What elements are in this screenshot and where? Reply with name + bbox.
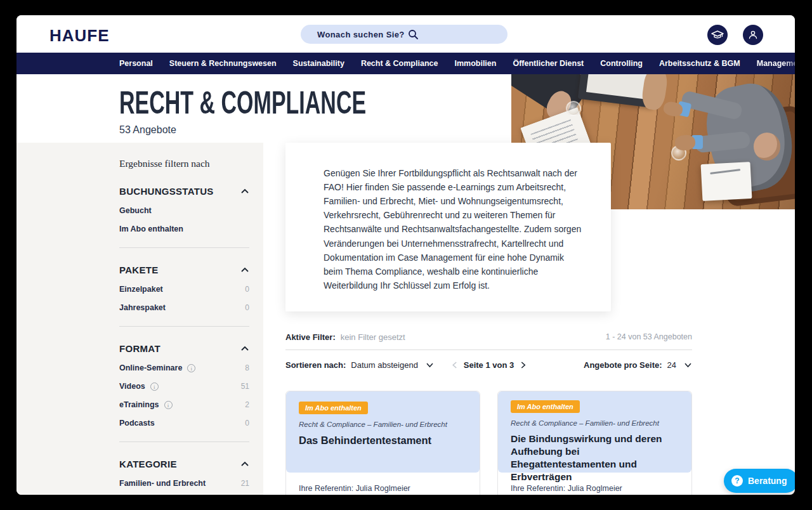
nav-item-personal[interactable]: Personal [119, 59, 153, 68]
filter-option-einzelpaket[interactable]: Einzelpaket 0 [119, 285, 249, 294]
nav-item-immobilien[interactable]: Immobilien [454, 59, 496, 68]
page-info: Seite 1 von 3 [464, 360, 514, 370]
course-card[interactable]: Im Abo enthalten Recht & Compliance – Fa… [285, 391, 480, 495]
active-filter-row: Aktive Filter: kein Filter gesetzt 1 - 2… [285, 332, 692, 342]
per-page-dropdown[interactable]: Angebote pro Seite: 24 [584, 360, 692, 370]
card-referent: Ihre Referentin: Julia Roglmeier [511, 484, 679, 493]
divider [119, 326, 249, 327]
intro-text: Genügen Sie Ihrer Fortbildungspflicht al… [324, 166, 584, 292]
header: HAUFE Wonach suchen Sie? [16, 15, 795, 53]
filter-count: 21 [241, 479, 249, 488]
filter-option-familien-erbrecht[interactable]: Familien- und Erbrecht 21 [119, 479, 249, 488]
nav-item-oeffentlicher-dienst[interactable]: Öffentlicher Dienst [513, 59, 584, 68]
chevron-down-icon[interactable] [426, 362, 434, 368]
chevron-up-icon[interactable] [240, 188, 249, 194]
user-icon [747, 29, 759, 41]
card-grid: Im Abo enthalten Recht & Compliance – Fa… [285, 391, 692, 495]
search-placeholder: Wonach suchen Sie? [317, 30, 408, 39]
divider [119, 441, 249, 442]
card-header: Im Abo enthalten Recht & Compliance – Fa… [498, 391, 691, 473]
nav-item-steuern[interactable]: Steuern & Rechnungswesen [169, 59, 277, 68]
subscription-badge: Im Abo enthalten [299, 402, 368, 414]
filter-count: 0 [245, 419, 249, 428]
search-icon[interactable] [408, 29, 499, 40]
course-card[interactable]: Im Abo enthalten Recht & Compliance – Fa… [497, 391, 692, 495]
filter-count: 0 [245, 303, 249, 312]
hero-section: RECHT & COMPLIANCE 53 Angebote [119, 74, 482, 136]
active-filter-value: kein Filter gesetzt [341, 332, 405, 342]
subscription-badge: Im Abo enthalten [511, 400, 580, 413]
chevron-down-icon[interactable] [684, 362, 692, 368]
info-icon[interactable]: i [150, 383, 159, 391]
graduation-cap-icon [711, 29, 724, 41]
filter-count: 0 [245, 285, 249, 294]
filter-option-jahrespaket[interactable]: Jahrespaket 0 [119, 303, 249, 312]
card-category: Recht & Compliance – Familien- und Erbre… [511, 419, 679, 427]
page-title: RECHT & COMPLIANCE [119, 87, 366, 119]
card-title: Das Behindertentestament [299, 434, 467, 447]
card-referent: Ihre Referentin: Julia Roglmeier [299, 484, 467, 493]
sort-dropdown[interactable]: Sortieren nach: Datum absteigend [285, 360, 434, 370]
active-filter-label: Aktive Filter: [285, 332, 336, 342]
result-count: 53 Angebote [119, 124, 482, 136]
beratung-button[interactable]: ? Beratung [724, 469, 795, 493]
filter-section-kategorie[interactable]: KATEGORIE [119, 459, 249, 469]
nav-item-arbeitsschutz[interactable]: Arbeitsschutz & BGM [659, 59, 740, 68]
filter-title: Ergebnisse filtern nach [119, 158, 249, 169]
card-category: Recht & Compliance – Familien- und Erbre… [299, 421, 467, 428]
intro-card: Genügen Sie Ihrer Fortbildungspflicht al… [285, 143, 611, 311]
filter-sidebar: Ergebnisse filtern nach BUCHUNGSSTATUS G… [16, 143, 263, 495]
sort-row: Sortieren nach: Datum absteigend Seite 1… [285, 360, 692, 370]
filter-option-gebucht[interactable]: Gebucht [119, 206, 249, 215]
nav-item-management[interactable]: Management [757, 59, 795, 68]
filter-count: 8 [245, 363, 249, 372]
search-input[interactable]: Wonach suchen Sie? [301, 25, 508, 44]
nav-item-controlling[interactable]: Controlling [600, 59, 643, 68]
nav-item-recht-compliance[interactable]: Recht & Compliance [361, 59, 438, 68]
filter-section-buchungsstatus[interactable]: BUCHUNGSSTATUS [119, 186, 249, 197]
page-prev-button[interactable] [452, 361, 457, 369]
filter-option-im-abo-enthalten[interactable]: Im Abo enthalten [119, 225, 249, 233]
account-button[interactable] [743, 25, 763, 45]
filter-section-pakete[interactable]: PAKETE [119, 265, 249, 275]
question-icon: ? [731, 475, 743, 487]
page-frame: HAUFE Wonach suchen Sie? Personal Steuer… [16, 15, 795, 495]
filter-option-podcasts[interactable]: Podcasts 0 [119, 419, 249, 428]
haufe-logo[interactable]: HAUFE [49, 26, 110, 46]
academy-button[interactable] [707, 25, 728, 45]
filter-count: 51 [241, 382, 249, 391]
page-next-button[interactable] [520, 361, 526, 369]
divider [285, 350, 692, 350]
filter-option-etrainings[interactable]: eTrainings i 2 [119, 400, 249, 409]
main-content: Genügen Sie Ihrer Fortbildungspflicht al… [285, 143, 692, 495]
chevron-up-icon[interactable] [240, 346, 249, 351]
filter-option-videos[interactable]: Videos i 51 [119, 382, 249, 391]
result-range: 1 - 24 von 53 Angeboten [606, 332, 692, 341]
chevron-up-icon[interactable] [240, 461, 249, 467]
filter-count: 2 [245, 400, 249, 409]
info-icon[interactable]: i [187, 364, 195, 372]
info-icon[interactable]: i [164, 401, 173, 409]
nav-item-sustainability[interactable]: Sustainability [293, 59, 344, 68]
divider [119, 247, 249, 248]
card-body: Ihre Referentin: Julia Roglmeier Der Vor… [286, 473, 480, 495]
filter-section-format[interactable]: FORMAT [119, 343, 249, 354]
chevron-up-icon[interactable] [240, 267, 249, 273]
main-nav: Personal Steuern & Rechnungswesen Sustai… [16, 53, 795, 74]
pagination: Seite 1 von 3 [452, 360, 526, 370]
card-header: Im Abo enthalten Recht & Compliance – Fa… [286, 391, 480, 473]
filter-option-online-seminare[interactable]: Online-Seminare i 8 [119, 363, 249, 372]
